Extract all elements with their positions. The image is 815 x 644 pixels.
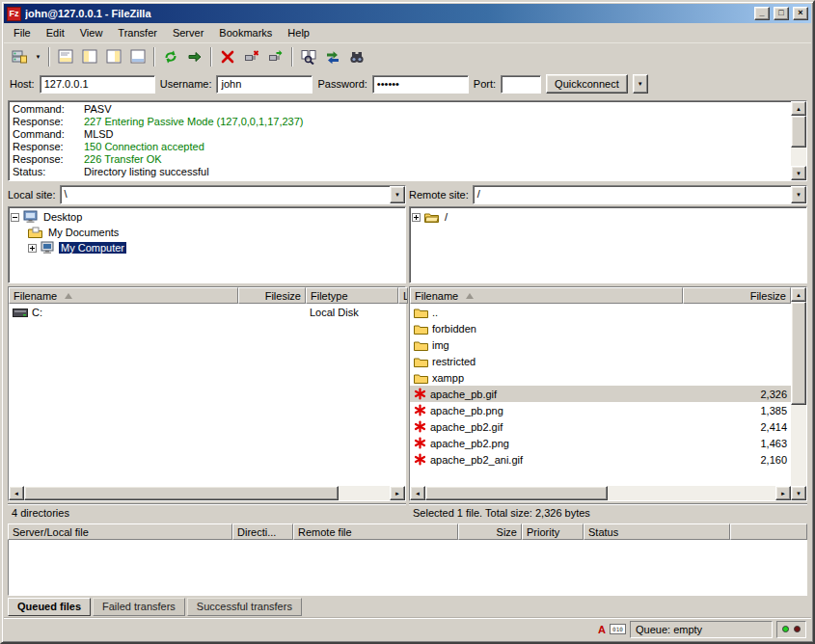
file-row-apache-pb-png[interactable]: apache_pb.png 1,385 xyxy=(410,402,791,418)
menu-view[interactable]: View xyxy=(72,24,111,41)
column-header-remote-file[interactable]: Remote file xyxy=(293,523,458,540)
column-header-lastmodified[interactable]: L xyxy=(398,287,408,304)
combo-dropdown-icon[interactable]: ▼ xyxy=(390,186,405,203)
combo-dropdown-icon[interactable]: ▼ xyxy=(791,186,806,203)
port-label: Port: xyxy=(474,78,496,90)
toggle-local-tree-icon[interactable] xyxy=(78,46,101,67)
scroll-up-icon[interactable]: ▲ xyxy=(791,101,806,116)
column-header-status[interactable]: Status xyxy=(584,523,730,540)
log-line: Command: PASV xyxy=(13,103,787,116)
reconnect-icon[interactable] xyxy=(264,46,287,67)
scroll-right-icon[interactable]: ► xyxy=(775,486,791,500)
process-queue-icon[interactable] xyxy=(183,46,206,67)
password-input[interactable] xyxy=(372,75,469,94)
status-bar: A 010 Queue: empty xyxy=(4,617,811,640)
remote-pane: Remote site: / ▼ / xyxy=(409,183,807,522)
toggle-queue-icon[interactable] xyxy=(126,46,149,67)
log-scrollbar[interactable]: ▲ ▼ xyxy=(791,101,806,180)
username-input[interactable] xyxy=(216,75,312,94)
column-header-priority[interactable]: Priority xyxy=(522,523,584,540)
scroll-thumb[interactable] xyxy=(425,486,608,500)
tab-queued-files[interactable]: Queued files xyxy=(8,598,91,616)
local-pane: Local site: \ ▼ Desktop xyxy=(8,183,406,522)
tab-successful-transfers[interactable]: Successful transfers xyxy=(187,598,302,616)
local-site-combo[interactable]: \ ▼ xyxy=(60,185,406,204)
quickconnect-dropdown-icon[interactable]: ▼ xyxy=(633,74,648,94)
expand-icon[interactable] xyxy=(412,213,421,222)
file-row-apache-pb2-ani-gif[interactable]: apache_pb2_ani.gif 2,160 xyxy=(410,451,791,468)
local-list-hscrollbar[interactable]: ◄ ► xyxy=(9,486,405,500)
menu-edit[interactable]: Edit xyxy=(39,24,72,41)
host-input[interactable] xyxy=(40,75,155,94)
folder-row-restricted[interactable]: restricted xyxy=(410,353,791,369)
maximize-button[interactable]: □ xyxy=(774,7,789,20)
column-header-size[interactable]: Size xyxy=(458,523,522,540)
scroll-thumb[interactable] xyxy=(791,116,806,148)
sort-ascending-icon xyxy=(466,293,474,299)
tree-item-my-computer[interactable]: My Computer xyxy=(11,240,403,255)
folder-row-updir[interactable]: .. xyxy=(410,304,791,320)
window-title: john@127.0.0.1 - FileZilla xyxy=(25,8,750,19)
scroll-left-icon[interactable]: ◄ xyxy=(410,486,425,500)
tree-item-root[interactable]: / xyxy=(412,209,804,225)
tree-item-desktop[interactable]: Desktop xyxy=(11,209,403,225)
file-row-apache-pb2-gif[interactable]: apache_pb2.gif 2,414 xyxy=(410,418,791,435)
toggle-remote-tree-icon[interactable] xyxy=(102,46,125,67)
scroll-right-icon[interactable]: ► xyxy=(390,486,405,500)
remote-list-hscrollbar[interactable]: ◄ ► xyxy=(410,486,791,500)
file-row-apache-pb-gif[interactable]: apache_pb.gif 2,326 xyxy=(410,386,791,402)
cancel-icon[interactable] xyxy=(216,46,239,67)
column-header-filesize[interactable]: Filesize xyxy=(238,287,306,304)
menu-bookmarks[interactable]: Bookmarks xyxy=(211,24,280,41)
folder-row-xampp[interactable]: xampp xyxy=(410,369,791,386)
tab-failed-transfers[interactable]: Failed transfers xyxy=(93,598,185,616)
column-header-server-local-file[interactable]: Server/Local file xyxy=(8,523,232,540)
column-header-filesize[interactable]: Filesize xyxy=(683,287,791,304)
scroll-up-icon[interactable]: ▲ xyxy=(791,287,806,302)
scroll-thumb[interactable] xyxy=(24,486,339,500)
remote-site-value[interactable]: / xyxy=(474,186,791,203)
menu-help[interactable]: Help xyxy=(280,24,317,41)
close-button[interactable]: × xyxy=(793,7,808,20)
port-input[interactable] xyxy=(501,75,541,94)
file-row-apache-pb2-png[interactable]: apache_pb2.png 1,463 xyxy=(410,435,791,451)
scroll-down-icon[interactable]: ▼ xyxy=(791,166,806,180)
local-site-value[interactable]: \ xyxy=(61,186,390,203)
directory-compare-icon[interactable] xyxy=(297,46,320,67)
column-header-direction[interactable]: Directi... xyxy=(232,523,293,540)
remote-file-list: Filename Filesize .. xyxy=(409,286,807,501)
menu-transfer[interactable]: Transfer xyxy=(110,24,165,41)
local-status-text: 4 directories xyxy=(8,503,406,522)
scroll-down-icon[interactable]: ▼ xyxy=(791,486,806,500)
menu-server[interactable]: Server xyxy=(165,24,211,41)
folder-row-img[interactable]: img xyxy=(410,336,791,353)
tree-item-my-documents[interactable]: My Documents xyxy=(11,225,403,240)
site-manager-icon[interactable] xyxy=(8,46,31,67)
log-line: Response: 226 Transfer OK xyxy=(13,153,787,166)
disconnect-icon[interactable] xyxy=(240,46,263,67)
folder-row-forbidden[interactable]: forbidden xyxy=(410,320,791,336)
collapse-icon[interactable] xyxy=(11,213,19,222)
column-header-filename[interactable]: Filename xyxy=(9,287,238,304)
host-label: Host: xyxy=(10,78,35,90)
file-icon xyxy=(414,404,426,416)
quickconnect-bar: Host: Username: Password: Port: Quickcon… xyxy=(4,69,811,98)
minimize-button[interactable]: _ xyxy=(754,7,770,20)
quickconnect-button[interactable]: Quickconnect xyxy=(546,74,628,94)
column-header-filetype[interactable]: Filetype xyxy=(306,287,398,304)
file-row-c-drive[interactable]: C: Local Disk xyxy=(9,304,405,320)
scroll-thumb[interactable] xyxy=(791,302,806,405)
column-header-filename[interactable]: Filename xyxy=(410,287,683,304)
menu-file[interactable]: File xyxy=(6,24,39,41)
expand-icon[interactable] xyxy=(28,244,37,253)
find-icon[interactable] xyxy=(345,46,368,67)
refresh-icon[interactable] xyxy=(159,46,182,67)
site-manager-dropdown-icon[interactable]: ▼ xyxy=(32,46,44,67)
local-list-body: C: Local Disk xyxy=(9,304,405,486)
toggle-message-log-icon[interactable] xyxy=(54,46,77,67)
remote-site-combo[interactable]: / ▼ xyxy=(473,185,807,204)
scroll-left-icon[interactable]: ◄ xyxy=(9,486,24,500)
toolbar-separator xyxy=(153,47,155,67)
sync-browsing-icon[interactable] xyxy=(321,46,344,67)
remote-list-vscrollbar[interactable]: ▲ ▼ xyxy=(791,287,806,500)
